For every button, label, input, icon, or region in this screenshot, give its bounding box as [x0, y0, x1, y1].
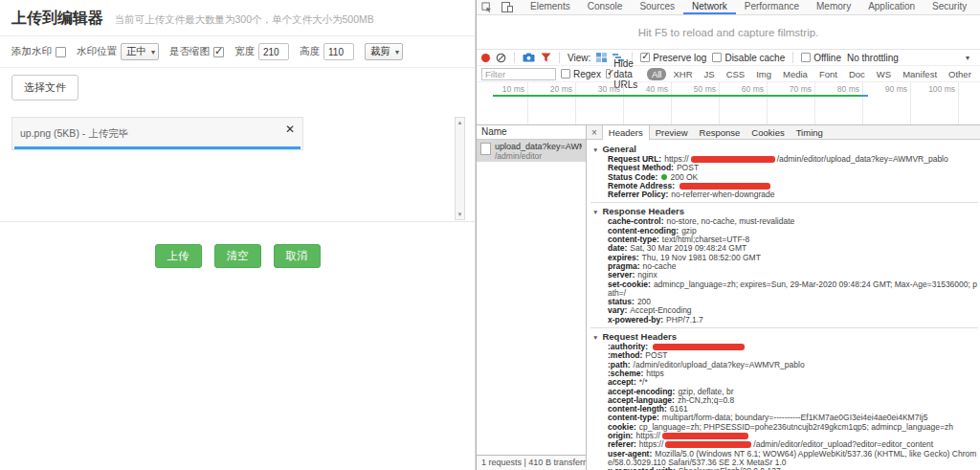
header-line: :scheme:https	[590, 369, 978, 378]
preserve-log-toggle[interactable]: Preserve log	[640, 53, 706, 63]
filter-input[interactable]	[481, 68, 556, 80]
header-name: Request Method:	[608, 163, 674, 172]
offline-checkbox[interactable]	[801, 53, 811, 62]
devtools-tab-application[interactable]: Application	[859, 0, 924, 14]
network-overview-timeline[interactable]: 10 ms20 ms30 ms40 ms50 ms60 ms70 ms80 ms…	[477, 82, 980, 125]
network-summary: 1 requests | 410 B transferred	[477, 455, 586, 470]
header-line: Referrer Policy:no-referrer-when-downgra…	[590, 190, 978, 199]
header-name: x-powered-by:	[608, 315, 663, 325]
filter-pill-ws[interactable]: WS	[872, 68, 896, 80]
filter-pill-manifest[interactable]: Manifest	[898, 68, 942, 80]
ruler-tick-label: 30 ms	[578, 84, 620, 94]
preserve-log-checkbox[interactable]	[640, 53, 650, 62]
close-icon[interactable]: ×	[587, 125, 602, 139]
file-list-scrollbar[interactable]: ▲ ▼	[455, 117, 465, 220]
filter-pill-xhr[interactable]: XHR	[668, 68, 697, 80]
clear-icon[interactable]	[496, 53, 506, 63]
upload-button[interactable]: 上传	[155, 244, 202, 268]
redaction-mark	[691, 156, 775, 163]
details-tab-response[interactable]: Response	[694, 125, 746, 139]
scroll-up-icon[interactable]: ▲	[457, 118, 463, 127]
filter-pill-media[interactable]: Media	[778, 68, 813, 80]
disable-cache-checkbox[interactable]	[712, 53, 722, 62]
choose-file-button[interactable]: 选择文件	[11, 75, 78, 101]
filter-pill-all[interactable]: All	[647, 68, 667, 80]
device-toolbar-icon[interactable]	[497, 0, 518, 14]
chevron-down-icon: ▾	[395, 48, 399, 56]
hide-data-urls-checkbox[interactable]	[606, 69, 611, 78]
section-header-request-headers[interactable]: ▼Request Headers	[590, 330, 978, 343]
details-tab-cookies[interactable]: Cookies	[746, 125, 790, 139]
request-row[interactable]: upload_data?key=AWMVR_... /admin/editor	[477, 140, 586, 162]
devtools-tab-elements[interactable]: Elements	[522, 0, 579, 14]
header-name: vary:	[608, 305, 627, 315]
ruler-gridline	[814, 82, 815, 124]
redaction-mark	[662, 433, 748, 439]
devtools-tab-sources[interactable]: Sources	[631, 0, 683, 14]
details-tab-timing[interactable]: Timing	[791, 125, 829, 139]
ruler-gridline	[719, 82, 720, 124]
redaction-mark	[653, 344, 745, 350]
filter-pill-other[interactable]: Other	[944, 68, 976, 80]
scroll-down-icon[interactable]: ▼	[457, 210, 463, 219]
requests-empty-area	[477, 162, 586, 455]
upload-editor-page: 上传到编辑器 当前可上传文件最大数量为300个，单个文件大小为500MB 添加水…	[0, 0, 476, 470]
ruler-tick-label: 100 ms	[913, 84, 955, 94]
width-input[interactable]	[258, 43, 289, 60]
ruler-tick-label: 90 ms	[865, 84, 907, 94]
view-label: View:	[568, 53, 590, 63]
disable-cache-label: Disable cache	[724, 53, 785, 63]
record-icon[interactable]	[481, 54, 490, 62]
devtools-tab-network[interactable]: Network	[683, 0, 736, 14]
divider	[792, 52, 793, 63]
file-item: ✕ up.png (5KB) - 上传完毕	[11, 117, 303, 150]
section-separator	[590, 327, 978, 328]
crop-mode-value: 裁剪	[370, 45, 390, 58]
header-value: PHP/7.1.7	[666, 315, 703, 325]
ruler-tick-label: 40 ms	[626, 84, 668, 94]
header-value: */*	[639, 377, 648, 387]
inspect-element-icon[interactable]	[477, 0, 497, 14]
filter-pill-css[interactable]: CSS	[722, 68, 750, 80]
header-value: cp_language=zh; PHPSESSID=pohe236utncujb…	[639, 422, 953, 432]
ruler-tick-label: 70 ms	[769, 84, 812, 94]
preserve-log-label: Preserve log	[653, 53, 706, 63]
crop-mode-select[interactable]: 裁剪 ▾	[365, 43, 403, 60]
header-value: https	[646, 369, 663, 378]
remove-file-icon[interactable]: ✕	[285, 123, 295, 135]
header-name: referer:	[608, 439, 636, 449]
capture-screenshots-icon[interactable]	[523, 53, 535, 62]
watermark-position-select[interactable]: 正中 ▾	[121, 43, 159, 60]
header-name: cache-control:	[608, 216, 664, 226]
devtools-tab-performance[interactable]: Performance	[736, 0, 808, 14]
regex-toggle[interactable]: Regex	[561, 69, 601, 79]
name-column-header[interactable]: Name	[477, 125, 586, 140]
filter-pill-js[interactable]: JS	[700, 68, 720, 80]
add-watermark-checkbox[interactable]	[56, 47, 66, 57]
cancel-button[interactable]: 取消	[274, 244, 321, 268]
devtools-tab-console[interactable]: Console	[579, 0, 632, 14]
devtools-tab-memory[interactable]: Memory	[808, 0, 859, 14]
throttling-value: No throttling	[847, 53, 899, 63]
filter-funnel-icon[interactable]	[541, 53, 551, 62]
divider	[559, 52, 560, 63]
disclosure-triangle-icon: ▼	[592, 334, 598, 341]
height-input[interactable]	[323, 43, 354, 60]
details-tab-headers[interactable]: Headers	[602, 125, 650, 140]
details-tab-preview[interactable]: Preview	[650, 125, 694, 139]
filter-pill-img[interactable]: Img	[751, 68, 776, 80]
regex-checkbox[interactable]	[561, 69, 570, 78]
offline-toggle[interactable]: Offline	[801, 53, 841, 63]
thumbnail-checkbox[interactable]	[213, 47, 224, 57]
devtools-tab-security[interactable]: Security	[924, 0, 975, 14]
devtools-tab-audits[interactable]: Audits	[975, 0, 980, 14]
disable-cache-toggle[interactable]: Disable cache	[712, 53, 785, 63]
filter-pill-font[interactable]: Font	[814, 68, 842, 80]
status-dot-icon	[661, 174, 667, 180]
chevron-down-icon: ▾	[151, 48, 155, 56]
height-label: 高度	[300, 45, 320, 58]
filter-pill-doc[interactable]: Doc	[844, 68, 870, 80]
header-name: accept:	[608, 377, 636, 387]
throttling-select[interactable]: Offline No throttling ▾	[801, 53, 975, 63]
clear-button[interactable]: 清空	[214, 244, 261, 268]
